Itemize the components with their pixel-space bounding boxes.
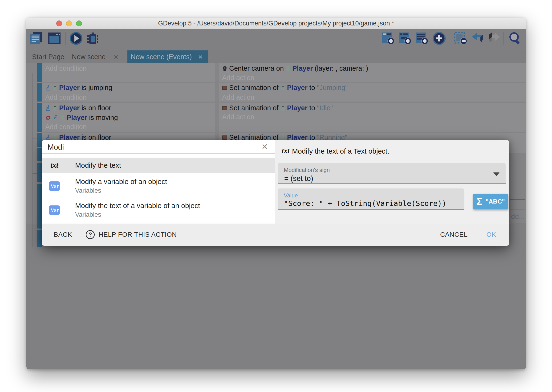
add-condition-link[interactable]: Add condition: [45, 64, 87, 73]
app-content: Start Page New scene × New scene (Events…: [26, 29, 526, 369]
tab-new-scene-events[interactable]: New scene (Events) ×: [127, 50, 208, 63]
add-action-link[interactable]: Add action: [222, 73, 254, 83]
dialog-footer: BACK ? HELP FOR THIS ACTION CANCEL OK: [42, 224, 509, 246]
selected-sign: = (set to): [284, 174, 313, 183]
event-color-bar: [37, 230, 42, 247]
tab-start-page[interactable]: Start Page: [32, 50, 64, 63]
add-sub-event-button[interactable]: [399, 32, 412, 45]
add-sub-event-icon: [399, 32, 412, 45]
clipped-divider: [513, 224, 526, 224]
preview-play-button[interactable]: [69, 32, 83, 45]
value-expression-input[interactable]: [283, 199, 460, 208]
add-condition-link[interactable]: Add condition: [45, 122, 87, 132]
variable-icon: Var: [49, 181, 60, 191]
scene-editor-button[interactable]: [48, 32, 61, 45]
value-field[interactable]: Value: [278, 189, 464, 210]
debugger-icon: [86, 32, 100, 45]
conditions-cell[interactable]: Add condition: [42, 63, 215, 82]
clipped-add-text: dd...: [511, 212, 525, 221]
play-icon: [69, 32, 83, 45]
help-icon[interactable]: ?: [86, 230, 95, 239]
cancel-button[interactable]: CANCEL: [440, 231, 468, 238]
event-color-bar: [37, 83, 42, 102]
back-button[interactable]: BACK: [54, 231, 72, 238]
add-action-link[interactable]: Add action: [222, 93, 254, 102]
event-color-bar: [37, 103, 42, 132]
player-object-icon: [60, 115, 65, 120]
clipped-event-field: [510, 199, 525, 210]
animation-icon: [222, 86, 227, 90]
action-value: "Idle": [317, 104, 333, 112]
tab-new-scene[interactable]: New scene ×: [72, 50, 118, 63]
player-object-icon: [53, 105, 57, 111]
condition-line[interactable]: Player is on floor: [45, 103, 111, 113]
undo-icon: [471, 32, 485, 45]
object-name: Player: [287, 84, 308, 92]
project-manager-button[interactable]: [30, 32, 43, 45]
tab-close-icon[interactable]: ×: [198, 52, 203, 62]
tab-label: Start Page: [32, 53, 64, 61]
search-input[interactable]: [47, 142, 251, 152]
action-text: Center camera on: [229, 64, 286, 72]
open-expression-editor-button[interactable]: Σ "ABC": [473, 194, 508, 209]
add-condition-link[interactable]: Add condition: [45, 93, 87, 102]
add-comment-button[interactable]: [415, 32, 429, 45]
text-object-icon: txt: [282, 146, 290, 155]
add-circle-icon: [432, 32, 446, 45]
conditions-cell[interactable]: Player is on floor Player is moving Add …: [42, 103, 215, 132]
condition-text: is jumping: [80, 84, 112, 92]
actions-cell[interactable]: Set animation of Player to "Jumping" Add…: [219, 83, 526, 102]
text-object-icon: txt: [50, 161, 58, 170]
object-name: Player: [67, 114, 87, 122]
action-line[interactable]: Center camera on Player (layer: , camera…: [222, 64, 368, 73]
add-event-button[interactable]: [381, 32, 395, 45]
result-modify-variable[interactable]: Var Modify a variable of an object Varia…: [42, 176, 275, 197]
tab-close-icon[interactable]: ×: [113, 52, 118, 62]
result-title: Modify a variable of an object: [75, 178, 167, 186]
help-button[interactable]: HELP FOR THIS ACTION: [98, 231, 177, 238]
event-tree-tick: [32, 139, 37, 139]
ok-button[interactable]: OK: [487, 231, 496, 238]
action-line[interactable]: Set animation of Player to "Idle": [222, 103, 333, 113]
scene-editor-icon: [48, 32, 61, 45]
undo-button[interactable]: [471, 32, 485, 45]
delete-event-button[interactable]: [454, 32, 468, 45]
sigma-icon: Σ: [477, 196, 483, 207]
event-color-bar: [37, 63, 42, 82]
platformer-behavior-icon: [45, 85, 51, 91]
toolbar-separator: [65, 32, 66, 45]
result-modify-the-text[interactable]: txt Modify the text: [42, 158, 275, 173]
event-tree-line: [32, 73, 33, 247]
result-subtitle: Variables: [75, 187, 101, 194]
search-field[interactable]: ×: [42, 140, 275, 154]
event-color-bar: [37, 163, 42, 182]
result-modify-text-of-variable[interactable]: Var Modify the text of a variable of an …: [42, 200, 275, 221]
actions-cell[interactable]: Center camera on Player (layer: , camera…: [219, 63, 526, 82]
action-text: (layer: , camera: ): [313, 64, 368, 72]
tab-label: New scene: [72, 53, 105, 61]
debugger-button[interactable]: [86, 32, 100, 45]
platformer-behavior-icon: [45, 105, 51, 111]
search-icon: [508, 32, 522, 45]
choose-add-event-button[interactable]: [432, 32, 446, 45]
modification-sign-select[interactable]: Modification's sign = (set to): [278, 163, 506, 184]
action-value: "Jumping": [317, 84, 348, 92]
gdevelop-window: GDevelop 5 - /Users/david/Documents/GDev…: [26, 18, 526, 369]
object-name: Player: [292, 64, 313, 72]
action-line[interactable]: Set animation of Player to "Jumping": [222, 83, 348, 93]
close-icon[interactable]: ×: [258, 140, 272, 153]
condition-line[interactable]: Player is jumping: [45, 83, 112, 93]
event-tree-tick: [32, 247, 37, 247]
condition-text: is moving: [87, 114, 118, 122]
object-name: Player: [287, 104, 308, 112]
add-action-link[interactable]: Add action: [222, 112, 254, 122]
platformer-behavior-icon: [53, 115, 58, 121]
redo-button[interactable]: [487, 32, 501, 45]
search-events-button[interactable]: [508, 32, 522, 45]
abc-label: "ABC": [486, 198, 505, 205]
condition-line[interactable]: Player is moving: [45, 113, 118, 123]
actions-cell[interactable]: Set animation of Player to "Idle" Add ac…: [219, 103, 526, 132]
conditions-cell[interactable]: Player is jumping Add condition: [42, 83, 215, 102]
condition-text: is on floor: [80, 104, 111, 112]
event-tree-tick: [32, 173, 37, 174]
